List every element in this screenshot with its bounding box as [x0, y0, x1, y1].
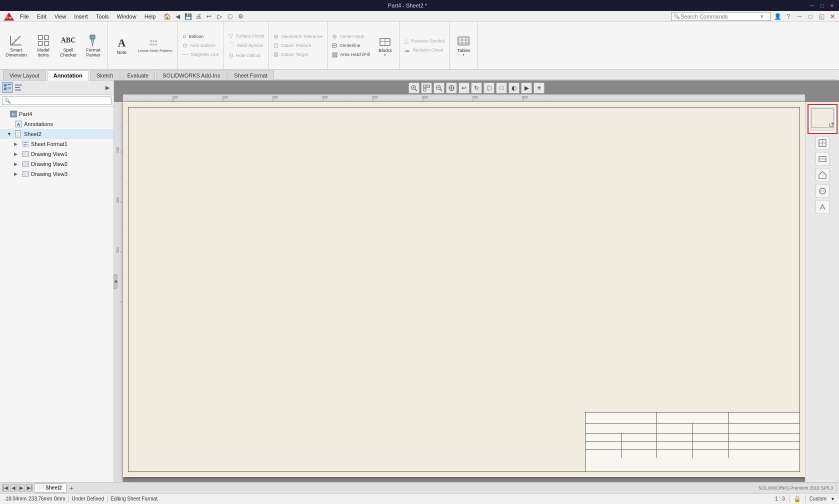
- menu-tools[interactable]: Tools: [92, 12, 113, 20]
- tab-sheet-format[interactable]: Sheet Format: [228, 70, 274, 80]
- tree-item-part4[interactable]: P Part4: [0, 109, 114, 119]
- spell-checker-button[interactable]: ABC SpellChecker: [58, 32, 80, 60]
- svg-rect-27: [4, 88, 6, 90]
- display-style-btn[interactable]: □: [496, 82, 507, 94]
- minimize-button[interactable]: ─: [808, 2, 816, 9]
- revision-cloud-button[interactable]: ☁ Revision Cloud: [402, 46, 446, 54]
- maximize-button[interactable]: □: [818, 2, 826, 9]
- tab-sketch[interactable]: Sketch: [90, 70, 120, 80]
- settings-icon[interactable]: ⚙: [236, 12, 245, 21]
- note-button[interactable]: A Note: [111, 34, 133, 57]
- apply-scene-btn[interactable]: ☀: [534, 82, 544, 94]
- view-panel-btn-2[interactable]: [816, 152, 830, 166]
- view-orientation-btn[interactable]: ⬡: [484, 82, 494, 94]
- home-icon[interactable]: 🏠: [162, 12, 172, 21]
- model-items-button[interactable]: ModelItems: [32, 32, 54, 60]
- sidebar-collapse-handle[interactable]: ◀: [114, 274, 118, 289]
- drawing-view1-icon: [21, 150, 30, 158]
- tree-item-drawing-view2[interactable]: ▶ Drawing View2: [0, 159, 114, 169]
- help-icon-btn[interactable]: ?: [784, 12, 793, 21]
- tree-item-sheet-format1[interactable]: ▶ Sheet Format1: [0, 139, 114, 149]
- add-sheet-button[interactable]: +: [68, 484, 76, 492]
- sheet-nav-prev[interactable]: ◀: [10, 484, 17, 492]
- restore-icon[interactable]: ◱: [817, 12, 826, 21]
- view-panel-btn-4[interactable]: [816, 184, 830, 198]
- smart-dimension-button[interactable]: ↔ SmartDimension: [3, 32, 30, 60]
- menu-edit[interactable]: Edit: [33, 12, 50, 20]
- zoom-in-btn[interactable]: [421, 82, 432, 94]
- selection-icon[interactable]: ⬡: [226, 12, 234, 21]
- view-display-btn[interactable]: ▶: [521, 82, 532, 94]
- menu-insert[interactable]: Insert: [70, 12, 92, 20]
- zoom-previous-btn[interactable]: ↩: [458, 82, 470, 94]
- close-icon[interactable]: ✕: [828, 12, 837, 21]
- hide-show-btn[interactable]: ◐: [508, 82, 520, 94]
- save-icon[interactable]: 💾: [184, 12, 192, 21]
- hole-callout-button[interactable]: ⊙ Hole Callout: [227, 52, 266, 60]
- rotate-btn[interactable]: ↻: [471, 82, 482, 94]
- maximize-icon[interactable]: □: [806, 12, 815, 21]
- pan-btn[interactable]: [446, 82, 457, 94]
- search-box[interactable]: 🔍 ▾: [671, 12, 771, 21]
- tab-evaluate[interactable]: Evaluate: [120, 70, 155, 80]
- surface-finish-button[interactable]: ▽ Surface Finish: [227, 32, 266, 40]
- tab-annotation[interactable]: Annotation: [47, 70, 89, 80]
- custom-label: Custom: [810, 496, 826, 502]
- view-panel-btn-1[interactable]: [816, 136, 830, 150]
- custom-arrow[interactable]: ▼: [830, 496, 835, 502]
- close-button[interactable]: ✕: [828, 2, 836, 9]
- search-input[interactable]: [680, 14, 760, 20]
- nav-back-icon[interactable]: ◀: [173, 12, 182, 21]
- tree-item-annotations[interactable]: A Annotations: [0, 119, 114, 129]
- sidebar-featuretree-btn[interactable]: [2, 82, 13, 93]
- menu-help[interactable]: Help: [140, 12, 160, 20]
- balloon-icon: ○: [182, 33, 186, 40]
- linear-note-pattern-button[interactable]: A A AA A A Linear Note Pattern: [136, 38, 174, 54]
- sheet-nav-next[interactable]: ▶: [18, 484, 25, 492]
- tree-label-part4: Part4: [19, 111, 32, 117]
- canvas-toolbar: ↩ ↻ ⬡ □ ◐ ▶ ☀: [114, 82, 839, 94]
- svg-marker-14: [91, 39, 94, 46]
- tree-search-input[interactable]: [2, 96, 112, 105]
- note-sub-group: A A AA A A Linear Note Pattern: [136, 38, 174, 54]
- user-icon[interactable]: 👤: [773, 12, 782, 21]
- datum-feature-button[interactable]: ⊡ Datum Feature: [272, 42, 324, 50]
- undo-icon[interactable]: ↩: [204, 12, 214, 21]
- tab-view-layout[interactable]: View Layout: [3, 70, 46, 80]
- blocks-button[interactable]: Blocks ▾: [374, 32, 396, 59]
- cursor-icon[interactable]: ▷: [215, 12, 224, 21]
- zoom-to-fit-btn[interactable]: [408, 82, 420, 94]
- revision-symbol-button[interactable]: △ Revision Symbol: [402, 37, 446, 45]
- sheet-tab-sheet2[interactable]: 📄 Sheet2: [34, 484, 66, 492]
- view-panel-btn-5[interactable]: [816, 200, 830, 214]
- sidebar-propertymanager-btn[interactable]: [13, 82, 24, 93]
- menu-file[interactable]: File: [16, 12, 33, 20]
- tab-solidworks-addins[interactable]: SOLIDWORKS Add-Ins: [156, 70, 226, 80]
- balloon-button[interactable]: ○ Balloon: [181, 32, 220, 40]
- area-hatch-fill-button[interactable]: ▨ Area Hatch/Fill: [330, 50, 371, 58]
- tree-item-drawing-view1[interactable]: ▶ Drawing View1: [0, 149, 114, 159]
- menu-view[interactable]: View: [50, 12, 70, 20]
- center-mark-button[interactable]: ⊕ Center Mark: [330, 32, 371, 40]
- datum-target-button[interactable]: ⊠ Datum Target: [272, 50, 324, 58]
- magnetic-line-button[interactable]: — Magnetic Line: [181, 50, 220, 58]
- centerline-button[interactable]: ⊟ Centerline: [330, 42, 371, 50]
- sheet-nav-last[interactable]: ▶|: [26, 484, 33, 492]
- auto-balloon-button[interactable]: ⊙ Auto Balloon: [181, 42, 220, 50]
- zoom-window-btn[interactable]: [434, 82, 444, 94]
- canvas-area[interactable]: ↩ ↻ ⬡ □ ◐ ▶ ☀ 100 200 300 400 500: [114, 80, 839, 482]
- sheet-nav-first[interactable]: |◀: [2, 484, 9, 492]
- menu-window[interactable]: Window: [113, 12, 140, 20]
- view-panel-btn-3[interactable]: [816, 168, 830, 182]
- print-icon[interactable]: 🖨: [194, 12, 203, 21]
- geometric-tolerance-button[interactable]: ⊕ Geometric Tolerance: [272, 32, 324, 40]
- tree-item-drawing-view3[interactable]: ▶ Drawing View3: [0, 169, 114, 179]
- minimap[interactable]: ↺: [808, 104, 838, 134]
- weld-symbol-button[interactable]: ⌒ Weld Symbol: [227, 41, 266, 50]
- tree-item-sheet2[interactable]: ▼ Sheet2: [0, 129, 114, 139]
- sidebar-expand-btn[interactable]: ▶: [104, 84, 112, 92]
- drawing-paper[interactable]: [123, 102, 805, 477]
- tables-button[interactable]: Tables ▾: [452, 32, 474, 59]
- minimize-icon[interactable]: ─: [795, 12, 804, 21]
- format-painter-button[interactable]: FormatPainter: [82, 32, 104, 60]
